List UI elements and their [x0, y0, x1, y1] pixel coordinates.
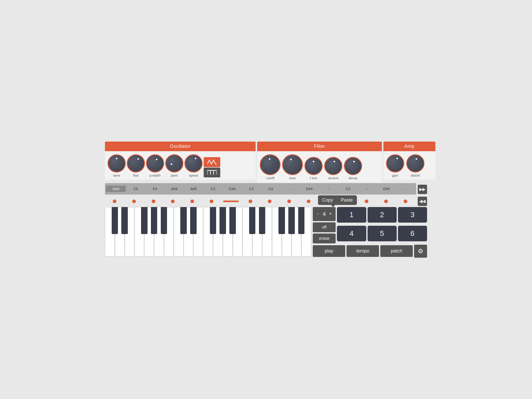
- piano-key-black-4[interactable]: [161, 207, 167, 234]
- counter-control: - 4 +: [313, 207, 336, 221]
- piano-key-black-6[interactable]: [190, 207, 197, 234]
- knob-label-fine: fine: [133, 174, 139, 177]
- dots-row: Copy Paste: [105, 198, 415, 205]
- play-button[interactable]: play: [313, 245, 345, 257]
- num-button-6[interactable]: 6: [398, 226, 427, 241]
- knob-fenv[interactable]: [304, 157, 323, 175]
- piano-key-black-7[interactable]: [210, 207, 216, 234]
- filter-knobs: cutoff reso f env: [257, 151, 382, 182]
- seq-note-5[interactable]: C3: [203, 187, 222, 191]
- erase-button[interactable]: erase: [313, 234, 336, 243]
- piano-key-black-12[interactable]: [278, 207, 285, 234]
- piano-key-black-3[interactable]: [151, 207, 157, 234]
- seq-note-14[interactable]: D#4: [377, 187, 396, 191]
- knob-group-semi: semi: [108, 154, 126, 177]
- piano-key-black-11[interactable]: [259, 207, 265, 234]
- piano-key-black-8[interactable]: [220, 207, 226, 234]
- sections-row: Oscillator semi fine: [105, 142, 427, 182]
- dot-7[interactable]: [249, 200, 252, 203]
- seq-note-11[interactable]: -: [319, 187, 338, 191]
- seq-note-13[interactable]: -: [358, 187, 376, 191]
- seq-note-3[interactable]: A#4: [165, 187, 184, 191]
- knob-gain[interactable]: [386, 154, 404, 172]
- knob-label-distort: distort: [411, 174, 420, 177]
- knob-label-pwm: pwm: [171, 174, 178, 177]
- knob-fine[interactable]: [127, 154, 145, 172]
- play-reverse-button[interactable]: ◀◀: [418, 197, 427, 206]
- knob-accent[interactable]: [324, 157, 342, 175]
- seq-note-7[interactable]: C3: [242, 187, 261, 191]
- settings-icon: ⚙: [418, 248, 423, 255]
- dot-9[interactable]: [287, 200, 291, 203]
- paste-button[interactable]: Paste: [341, 197, 353, 203]
- dot-8[interactable]: [268, 200, 271, 203]
- num-button-1[interactable]: 1: [337, 207, 366, 223]
- seq-note-10[interactable]: D#4: [300, 187, 319, 191]
- knob-distort[interactable]: [406, 154, 424, 172]
- knob-cutoff[interactable]: [260, 154, 281, 175]
- waveform-button-1[interactable]: [204, 157, 220, 167]
- dot-0[interactable]: [113, 200, 116, 203]
- seq-note-15[interactable]: -: [396, 187, 415, 191]
- sequencer-area: G#3 C5 F4 A#4 A#5 C3 C#4 C3 C4 - D#4 - C…: [105, 183, 427, 196]
- piano-key-black-14[interactable]: [298, 207, 305, 234]
- seq-note-8[interactable]: C4: [261, 187, 280, 191]
- knob-pwm[interactable]: [165, 154, 183, 172]
- piano-key-black-1[interactable]: [121, 207, 128, 234]
- dot-1[interactable]: [132, 200, 136, 203]
- piano-keyboard: [105, 207, 311, 256]
- dot-3[interactable]: [171, 200, 175, 203]
- copy-button[interactable]: Copy: [322, 197, 333, 203]
- off-button[interactable]: off: [313, 222, 336, 232]
- seq-note-1[interactable]: C5: [126, 187, 145, 191]
- dot-13[interactable]: [365, 200, 368, 203]
- knob-group-fine: fine: [127, 154, 145, 177]
- piano-key-black-13[interactable]: [288, 207, 295, 234]
- knob-speed[interactable]: [184, 154, 203, 172]
- seq-note-12[interactable]: C3: [338, 187, 357, 191]
- seq-note-4[interactable]: A#5: [184, 187, 203, 191]
- tempo-button[interactable]: tempo: [347, 245, 379, 257]
- amp-section: Amp gain distort: [383, 142, 435, 182]
- knob-decay[interactable]: [344, 157, 362, 175]
- num-button-3[interactable]: 3: [398, 207, 427, 223]
- knob-label-decay: decay: [349, 176, 358, 180]
- waveform-group: [204, 157, 220, 177]
- waveform-icon-1: [207, 159, 217, 165]
- counter-plus-button[interactable]: +: [327, 211, 334, 217]
- piano-key-black-10[interactable]: [249, 207, 256, 234]
- piano-key-black-9[interactable]: [229, 207, 236, 234]
- patch-button[interactable]: patch: [380, 245, 413, 257]
- seq-note-0[interactable]: G#3: [106, 186, 126, 192]
- play-forward-button[interactable]: ▶▶: [418, 185, 427, 194]
- num-button-2[interactable]: 2: [368, 207, 397, 223]
- dot-14[interactable]: [384, 200, 388, 203]
- amp-knobs: gain distort: [383, 151, 435, 179]
- waveform-button-2[interactable]: [204, 168, 220, 177]
- counter-minus-button[interactable]: -: [315, 211, 321, 217]
- dot-10[interactable]: [307, 200, 310, 203]
- dot-4[interactable]: [190, 200, 194, 203]
- dot-5[interactable]: [210, 200, 213, 203]
- piano-key-black-2[interactable]: [141, 207, 148, 234]
- controls-top: - 4 + off erase 1 2 3 4 5 6: [313, 207, 427, 243]
- knob-group-speed: speed: [184, 154, 203, 177]
- knob-reso[interactable]: [282, 154, 303, 175]
- seq-note-2[interactable]: F4: [146, 187, 164, 191]
- knob-pwidth[interactable]: [146, 154, 164, 172]
- piano-key-black-0[interactable]: [112, 207, 118, 234]
- seq-note-6[interactable]: C#4: [223, 187, 242, 191]
- num-button-5[interactable]: 5: [368, 226, 397, 241]
- piano-key-black-5[interactable]: [180, 207, 187, 234]
- dot-15[interactable]: [404, 200, 407, 203]
- dot-2[interactable]: [152, 200, 155, 203]
- oscillator-header: Oscillator: [105, 142, 256, 151]
- seq-note-9[interactable]: -: [281, 187, 299, 191]
- filter-header: Filter: [257, 142, 382, 151]
- filter-section: Filter cutoff reso: [257, 142, 382, 182]
- settings-button[interactable]: ⚙: [414, 245, 427, 258]
- knob-group-reso: reso: [282, 154, 303, 180]
- knob-semi[interactable]: [108, 154, 126, 172]
- num-button-4[interactable]: 4: [337, 226, 366, 241]
- dot-line-6[interactable]: [223, 201, 239, 202]
